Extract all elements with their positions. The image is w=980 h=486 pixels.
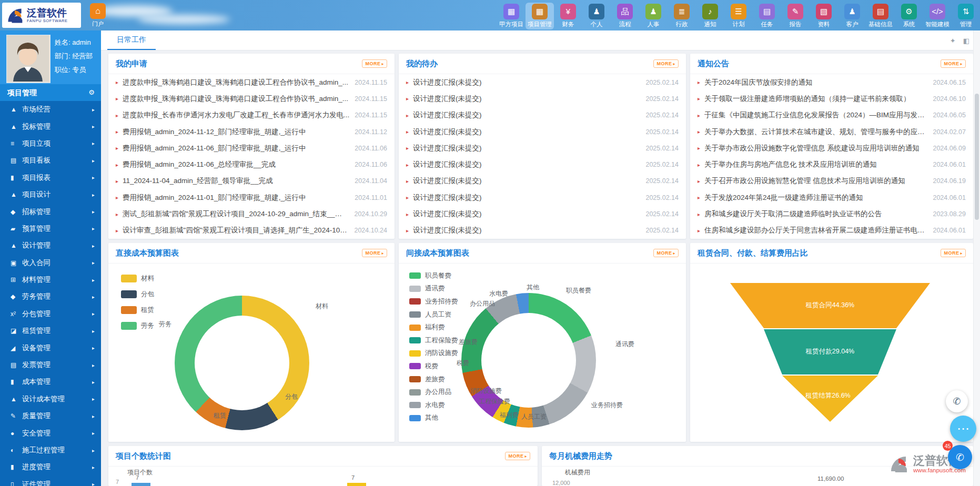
more-button[interactable]: MORE▸	[941, 59, 966, 68]
legend-item[interactable]: 劳务	[121, 318, 154, 333]
list-item[interactable]: ▸ 关于举办市政公用设施数字化管理信息 系统建设与应用培训班的通知 2024.0…	[690, 140, 973, 156]
sidebar-menu-item[interactable]: ● 安全管理 ▸	[0, 424, 101, 441]
list-item[interactable]: ▸ 测试_彭祖新城"四馆"景观工程设计项目_2024-10-29_admin_结…	[108, 206, 395, 222]
list-item[interactable]: ▸ 设计进度汇报(未提交) 2025.02.14	[399, 156, 686, 173]
bar[interactable]	[132, 483, 150, 486]
list-item[interactable]: ▸ 关于2024年国庆节放假安排的通知 2024.06.15	[690, 74, 973, 90]
top-nav-item[interactable]: ≣ 行政	[668, 3, 696, 29]
legend-item[interactable]: 职员餐费	[409, 269, 458, 282]
list-item[interactable]: ▸ 费用报销_admin_2024-11-06_总经理审批__完成 2024.1…	[108, 156, 395, 173]
more-button[interactable]: MORE▸	[941, 249, 966, 257]
list-item[interactable]: ▸ 关于发放2024年第24批一级建造师注册证书的通知 2024.06.01	[690, 189, 973, 206]
list-item[interactable]: ▸ 设计进度汇报(未提交) 2025.02.14	[399, 206, 686, 222]
top-nav-item[interactable]: ▦ 项目管理	[526, 3, 554, 29]
support-button[interactable]: ✆	[946, 390, 968, 412]
legend-item[interactable]: 水电费	[409, 399, 458, 412]
list-item[interactable]: ▸ 费用报销_admin_2024-11-01_部门经理审批_胡建,_运行中 2…	[108, 189, 395, 206]
top-nav-item[interactable]: ✎ 报告	[781, 3, 810, 29]
sidebar-menu-item[interactable]: ▮ 进度管理 ▸	[0, 459, 101, 475]
top-nav-item[interactable]: 品 流程	[611, 3, 639, 29]
top-nav-item[interactable]: ♟ 客户	[838, 3, 866, 29]
more-button[interactable]: MORE▸	[505, 452, 530, 460]
list-item[interactable]: ▸ 房和城乡建设厅关于取消二级建造师临时执业证书的公告 2023.08.29	[690, 206, 973, 222]
list-item[interactable]: ▸ 进度款申报_长春市伊通河水力发电厂改建工程_长春市伊通河水力发电... 20…	[108, 107, 395, 124]
sidebar-menu-item[interactable]: ▲ 设计成本管理 ▸	[0, 391, 101, 408]
list-item[interactable]: ▸ 关于举办住房与房地产信息化 技术及应用培训班的通知 2024.06.01	[690, 156, 973, 173]
top-nav-item[interactable]: ▤ 任务	[753, 3, 781, 29]
sidebar-menu-item[interactable]: ▲ 设计管理 ▸	[0, 237, 101, 254]
list-item[interactable]: ▸ 设计进度汇报(未提交) 2025.02.14	[399, 189, 686, 206]
sidebar-menu-item[interactable]: ◐ 施工过程管理 ▸	[0, 442, 101, 459]
tab-daily-work[interactable]: 日常工作	[107, 31, 156, 50]
list-item[interactable]: ▸ 费用报销_admin_2024-11-06_部门经理审批_胡建,_运行中 2…	[108, 140, 395, 156]
legend-item[interactable]: 税费	[409, 360, 458, 373]
sidebar-menu-item[interactable]: ▰ 预算管理 ▸	[0, 220, 101, 237]
sidebar-menu-item[interactable]: ◆ 劳务管理 ▸	[0, 288, 101, 305]
sidebar-section-header[interactable]: 项目管理 ⚙	[0, 84, 101, 101]
scrollbar-thumb[interactable]	[975, 94, 979, 220]
list-item[interactable]: ▸ 设计进度汇报(未提交) 2025.02.14	[399, 222, 686, 239]
sidebar-menu-item[interactable]: ▮ 项目报表 ▸	[0, 169, 101, 186]
list-item[interactable]: ▸ 设计进度汇报(未提交) 2025.02.14	[399, 90, 686, 107]
collapse-panel-icon[interactable]: ◧	[963, 37, 969, 45]
chat-button[interactable]: ⋯	[950, 416, 976, 442]
sidebar-menu-item[interactable]: ◪ 租赁管理 ▸	[0, 322, 101, 339]
list-item[interactable]: ▸ 11_2024-11-04_admin_经营部_领导审批__完成 2024.…	[108, 173, 395, 189]
sidebar-menu-item[interactable]: ▤ 项目看板 ▸	[0, 152, 101, 169]
sidebar-menu-item[interactable]: ▮ 成本管理 ▸	[0, 373, 101, 390]
list-item[interactable]: ▸ 设计进度汇报(未提交) 2025.02.14	[399, 124, 686, 140]
sidebar-menu-item[interactable]: ▯ 证件管理 ▸	[0, 476, 101, 486]
legend-item[interactable]: 工程保险费	[409, 334, 458, 347]
sidebar-menu-item[interactable]: ≡ 项目立项 ▸	[0, 135, 101, 152]
legend-item[interactable]: 人员工资	[409, 308, 458, 321]
sidebar-menu-item[interactable]: ▤ 发票管理 ▸	[0, 357, 101, 373]
bar[interactable]	[347, 483, 366, 486]
top-nav-item[interactable]: ⇅ 管理	[952, 3, 980, 29]
more-button[interactable]: MORE▸	[653, 249, 679, 257]
top-nav-item[interactable]: ▧ 资料	[810, 3, 838, 29]
notification-badge[interactable]: 45	[943, 441, 953, 451]
sidebar-menu-item[interactable]: x² 分包管理 ▸	[0, 306, 101, 322]
top-nav-item[interactable]: ♟ 个人	[582, 3, 611, 29]
donut-chart-indirect-cost[interactable]	[461, 293, 596, 428]
legend-item[interactable]: 业务招待费	[409, 295, 458, 308]
more-button[interactable]: MORE▸	[653, 59, 679, 68]
legend-item[interactable]: 通讯费	[409, 282, 458, 296]
top-nav-item[interactable]: ♪ 通知	[696, 3, 724, 29]
list-item[interactable]: ▸ 设计进度汇报(未提交) 2025.02.14	[399, 173, 686, 189]
top-nav-item[interactable]: </> 智能建模	[923, 3, 952, 29]
more-button[interactable]: MORE▸	[362, 249, 387, 257]
top-nav-item[interactable]: ¥ 财务	[554, 3, 582, 29]
legend-item[interactable]: 福利费	[409, 321, 458, 334]
sidebar-menu-item[interactable]: ▲ 投标管理 ▸	[0, 118, 101, 135]
list-item[interactable]: ▸ 进度款申报_珠海鹤港口建设_珠海鹤港口建设工程合作协议书_admin_...…	[108, 90, 395, 107]
list-item[interactable]: ▸ 设计进度汇报(未提交) 2025.02.14	[399, 140, 686, 156]
list-item[interactable]: ▸ 设计进度汇报(未提交) 2025.02.14	[399, 107, 686, 124]
legend-item[interactable]: 其他	[409, 412, 458, 425]
list-item[interactable]: ▸ 费用报销_admin_2024-11-12_部门经理审批_胡建,_运行中 2…	[108, 124, 395, 140]
list-item[interactable]: ▸ 进度款申报_珠海鹤港口建设_珠海鹤港口建设工程合作协议书_admin_...…	[108, 74, 395, 90]
sidebar-menu-item[interactable]: ▣ 收入合同 ▸	[0, 255, 101, 271]
list-item[interactable]: ▸ 设计审查_彭祖新城"四馆"景观工程设计项目_请选择_胡广生_2024-10-…	[108, 222, 395, 239]
more-button[interactable]: MORE▸	[362, 59, 387, 68]
sidebar-menu-item[interactable]: ▲ 项目设计 ▸	[0, 186, 101, 203]
sidebar-menu-item[interactable]: ◆ 招标管理 ▸	[0, 203, 101, 220]
sidebar-menu-item[interactable]: ✎ 质量管理 ▸	[0, 408, 101, 424]
legend-item[interactable]: 差旅费	[409, 373, 458, 386]
donut-chart-direct-cost[interactable]	[175, 296, 309, 430]
legend-item[interactable]: 办公用品	[409, 386, 458, 399]
list-item[interactable]: ▸ 设计进度汇报(未提交) 2025.02.14	[399, 74, 686, 90]
list-item[interactable]: ▸ 住房和城乡建设部办公厅关于同意吉林省开展二级建造师注册证书电子化试点... …	[690, 222, 973, 239]
sidebar-menu-item[interactable]: ▲ 市场经营 ▸	[0, 101, 101, 118]
top-nav-item[interactable]: ▤ 基础信息	[866, 3, 895, 29]
legend-item[interactable]: 分包	[121, 286, 154, 302]
list-item[interactable]: ▸ 关于召开市政公用设施智慧化管理 信息技术与应用培训班的通知 2024.06.…	[690, 173, 973, 189]
key-icon[interactable]: ✦	[950, 37, 956, 45]
list-item[interactable]: ▸ 于征集《中国建筑施工行业信息化发展报告（2024）—BIM应用与发展》材料.…	[690, 107, 973, 124]
legend-item[interactable]: 租赁	[121, 302, 154, 318]
top-nav-item[interactable]: ⚙ 系统	[895, 3, 923, 29]
gear-icon[interactable]: ⚙	[88, 84, 95, 101]
portal-nav-item[interactable]: ⌂ 门户	[88, 3, 107, 28]
top-nav-item[interactable]: ☰ 计划	[724, 3, 753, 29]
legend-item[interactable]: 材料	[121, 270, 154, 286]
